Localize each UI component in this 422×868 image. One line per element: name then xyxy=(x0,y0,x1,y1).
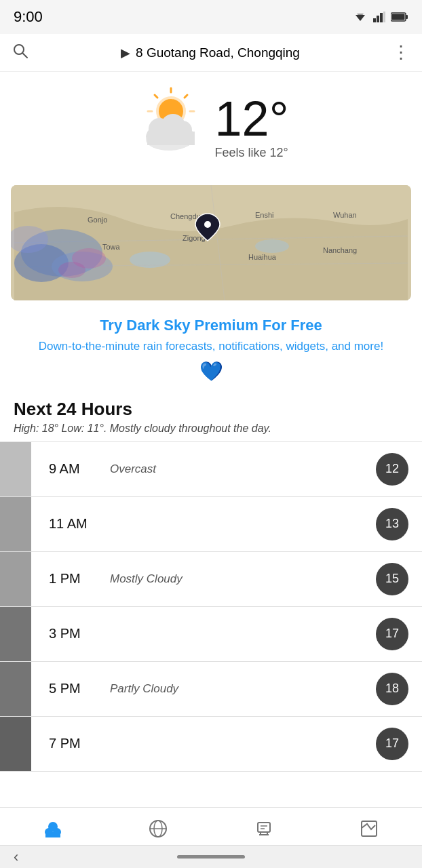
hourly-bar xyxy=(0,717,31,771)
hourly-temperature: 13 xyxy=(376,508,408,540)
svg-text:Chengdu: Chengdu xyxy=(170,212,201,220)
home-handle[interactable] xyxy=(177,855,245,859)
premium-description: Down-to-the-minute rain forecasts, notif… xyxy=(14,338,408,355)
svg-rect-7 xyxy=(406,15,408,19)
main-temperature: 12° xyxy=(215,94,289,143)
svg-line-18 xyxy=(185,95,187,98)
hourly-bar xyxy=(0,497,31,551)
weather-icon xyxy=(134,85,208,169)
hourly-row: 5 PMPartly Cloudy18 xyxy=(0,662,422,717)
hourly-description: Partly Cloudy xyxy=(110,682,376,696)
wifi-icon xyxy=(353,12,368,22)
hourly-row: 3 PM17 xyxy=(0,607,422,662)
hourly-description: Overcast xyxy=(110,462,376,476)
temp-block: 12° Feels like 12° xyxy=(215,94,289,160)
hourly-time: 3 PM xyxy=(49,626,110,642)
hourly-row: 9 AMOvercast12 xyxy=(0,442,422,497)
svg-text:Towa: Towa xyxy=(102,243,121,251)
weather-main: 12° Feels like 12° xyxy=(0,72,422,176)
section-subtitle: High: 18° Low: 11°. Mostly cloudy throug… xyxy=(0,422,422,441)
location-display: ▶ 8 Guotang Road, Chongqing xyxy=(121,45,300,60)
hourly-time: 9 AM xyxy=(49,461,110,477)
signal-icon xyxy=(373,12,385,22)
report-nav-icon xyxy=(359,818,379,844)
svg-rect-26 xyxy=(147,132,195,145)
svg-text:Nanchang: Nanchang xyxy=(323,246,357,254)
hourly-bar xyxy=(0,662,31,716)
next-24-section: Next 24 Hours High: 18° Low: 11°. Mostly… xyxy=(0,388,422,441)
location-text: 8 Guotang Road, Chongqing xyxy=(136,45,300,60)
forecast-nav-icon xyxy=(43,818,63,844)
search-icon[interactable] xyxy=(12,43,28,63)
svg-point-47 xyxy=(204,221,211,228)
svg-rect-8 xyxy=(392,14,405,20)
svg-text:Gonjo: Gonjo xyxy=(88,216,107,224)
premium-banner[interactable]: Try Dark Sky Premium For Free Down-to-th… xyxy=(0,310,422,388)
section-title: Next 24 Hours xyxy=(0,388,422,422)
heart-icon: 💙 xyxy=(14,360,408,382)
hourly-temperature: 17 xyxy=(376,728,408,760)
svg-text:Huaihua: Huaihua xyxy=(248,253,277,261)
hourly-row: 1 PMMostly Cloudy15 xyxy=(0,552,422,607)
hourly-row: 11 AM13 xyxy=(0,497,422,552)
svg-rect-51 xyxy=(45,832,60,837)
hourly-bar xyxy=(0,607,31,661)
hourly-time: 5 PM xyxy=(49,681,110,696)
svg-rect-2 xyxy=(373,18,376,22)
map-nav-icon xyxy=(148,818,168,844)
svg-point-29 xyxy=(255,239,289,253)
feels-like: Feels like 12° xyxy=(215,146,289,160)
svg-line-10 xyxy=(22,53,27,58)
location-arrow-icon: ▶ xyxy=(121,45,130,60)
hourly-list: 9 AMOvercast1211 AM131 PMMostly Cloudy15… xyxy=(0,441,422,772)
hourly-time: 11 AM xyxy=(49,516,110,532)
hourly-temperature: 15 xyxy=(376,563,408,595)
weather-row: 12° Feels like 12° xyxy=(134,85,289,169)
top-bar: ▶ 8 Guotang Road, Chongqing ⋮ xyxy=(0,34,422,72)
svg-point-46 xyxy=(58,262,85,278)
radar-map[interactable]: Gonjo Chengdu Enshi Wuhan Towa Zigong Na… xyxy=(11,185,411,300)
back-arrow[interactable]: ‹ xyxy=(14,848,18,866)
hourly-time: 1 PM xyxy=(49,571,110,587)
hourly-bar xyxy=(0,552,31,606)
notifications-nav-icon xyxy=(254,818,274,844)
svg-rect-4 xyxy=(380,13,383,22)
battery-icon xyxy=(391,12,408,22)
hourly-temperature: 17 xyxy=(376,618,408,650)
svg-rect-5 xyxy=(383,12,385,22)
svg-text:Enshi: Enshi xyxy=(255,211,274,219)
svg-line-17 xyxy=(155,95,157,98)
svg-rect-61 xyxy=(362,821,377,836)
hourly-description: Mostly Cloudy xyxy=(110,572,376,586)
hourly-row: 7 PM17 xyxy=(0,717,422,772)
status-time: 9:00 xyxy=(14,8,43,26)
svg-rect-3 xyxy=(377,16,379,22)
hourly-temperature: 18 xyxy=(376,673,408,705)
menu-icon[interactable]: ⋮ xyxy=(392,42,410,63)
status-bar: 9:00 xyxy=(0,0,422,34)
svg-text:Wuhan: Wuhan xyxy=(333,211,357,219)
hourly-time: 7 PM xyxy=(49,736,110,751)
premium-title[interactable]: Try Dark Sky Premium For Free xyxy=(14,317,408,334)
hourly-temperature: 12 xyxy=(376,453,408,486)
hourly-bar xyxy=(0,442,31,496)
status-icons xyxy=(353,12,408,22)
svg-rect-55 xyxy=(258,823,270,832)
